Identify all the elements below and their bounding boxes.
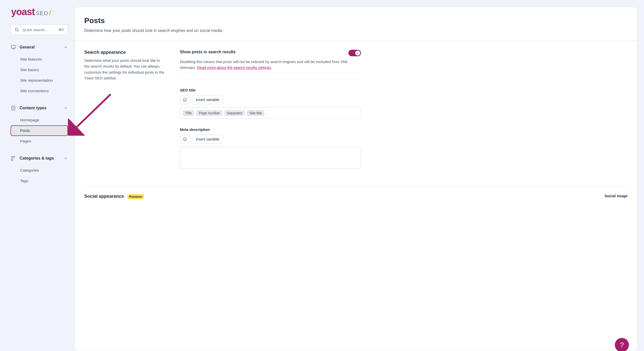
logo-slash: /: [49, 9, 51, 17]
toggle-show-posts[interactable]: [348, 50, 361, 56]
premium-badge: Premium: [127, 194, 144, 199]
smile-icon: [183, 97, 187, 102]
social-appearance-heading: Social appearance: [84, 194, 124, 199]
chevron-up-icon: [63, 106, 68, 110]
search-appearance-description: Determine what your posts should look li…: [84, 58, 165, 81]
logo-suffix: SEO: [36, 10, 48, 16]
svg-point-10: [184, 99, 184, 99]
svg-line-1: [18, 30, 19, 31]
svg-point-9: [183, 98, 187, 102]
nav-header-content-types[interactable]: Content types: [11, 103, 68, 113]
svg-point-11: [185, 99, 186, 99]
sidebar-item-homepage[interactable]: Homepage: [11, 115, 68, 125]
seo-title-input[interactable]: Title Page number Separator Site title: [180, 107, 361, 119]
chevron-up-icon: [63, 45, 68, 49]
search-shortcut: ⌘K: [58, 28, 64, 32]
toggle-desc-suffix: .: [271, 65, 272, 70]
toggle-description: Disabling this means that posts will not…: [180, 59, 361, 71]
sidebar-item-categories[interactable]: Categories: [11, 165, 68, 176]
sidebar-item-posts[interactable]: Posts: [11, 125, 68, 136]
divider: [180, 79, 361, 79]
tag-title[interactable]: Title: [183, 110, 194, 116]
search-icon: [14, 27, 19, 32]
sidebar-item-site-features[interactable]: Site features: [11, 54, 68, 65]
nav-label-categories-tags: Categories & tags: [20, 156, 63, 161]
tag-page-number[interactable]: Page number: [196, 110, 222, 116]
smile-icon: [183, 137, 187, 141]
svg-point-12: [183, 137, 187, 141]
nav-header-general[interactable]: General: [11, 42, 68, 52]
sidebar-item-tags[interactable]: Tags: [11, 176, 68, 186]
meta-description-field: Meta description Insert variable: [180, 127, 361, 169]
tag-separator[interactable]: Separator: [224, 110, 245, 116]
page-header: Posts Determine how your posts should lo…: [75, 7, 637, 41]
logo: yoastSEO/: [11, 7, 68, 17]
insert-variable-button-seo-title[interactable]: Insert variable: [192, 95, 223, 104]
toggle-label-show-posts: Show posts in search results: [180, 50, 235, 54]
monitor-icon: [11, 44, 16, 50]
emoji-button-seo-title[interactable]: [180, 95, 190, 104]
nav-section-content-types: Content types Homepage Posts Pages: [11, 103, 68, 146]
search-input[interactable]: Quick search... ⌘K: [11, 24, 68, 35]
sidebar: yoastSEO/ Quick search... ⌘K General Sit…: [0, 0, 75, 351]
sidebar-item-site-connections[interactable]: Site connections: [11, 86, 68, 96]
svg-point-0: [15, 28, 18, 31]
tag-site-title[interactable]: Site title: [247, 110, 264, 116]
logo-main: yoast: [11, 7, 35, 17]
swatch-icon: [11, 156, 16, 161]
nav-header-categories-tags[interactable]: Categories & tags: [11, 154, 68, 163]
social-image-label: Social image: [605, 194, 628, 199]
chevron-up-icon: [63, 156, 68, 161]
svg-point-14: [185, 139, 186, 139]
social-appearance-heading-row: Social appearance Premium: [84, 194, 144, 199]
main-panel: Posts Determine how your posts should lo…: [75, 7, 637, 351]
nav-section-categories-tags: Categories & tags Categories Tags: [11, 154, 68, 186]
help-icon: ?: [620, 341, 624, 349]
meta-description-label: Meta description: [180, 127, 361, 132]
svg-rect-2: [11, 45, 16, 48]
insert-variable-button-meta[interactable]: Insert variable: [192, 135, 223, 144]
search-appearance-heading: Search appearance: [84, 50, 165, 55]
page-title: Posts: [84, 16, 628, 25]
link-search-results-settings[interactable]: Read more about the search results setti…: [197, 65, 271, 70]
check-icon: [356, 52, 359, 54]
search-appearance-intro: Search appearance Determine what your po…: [84, 50, 165, 177]
help-button[interactable]: ?: [615, 338, 629, 351]
document-icon: [11, 105, 16, 111]
nav-section-general: General Site features Site basics Site r…: [11, 42, 68, 96]
nav-label-general: General: [20, 45, 63, 49]
emoji-button-meta[interactable]: [180, 135, 190, 144]
svg-point-13: [184, 139, 184, 139]
sidebar-item-site-basics[interactable]: Site basics: [11, 65, 68, 75]
search-placeholder: Quick search...: [22, 28, 58, 32]
sidebar-item-site-representation[interactable]: Site representation: [11, 75, 68, 86]
meta-description-input[interactable]: [180, 147, 361, 169]
seo-title-label: SEO title: [180, 88, 361, 92]
sidebar-item-pages[interactable]: Pages: [11, 136, 68, 146]
seo-title-field: SEO title Insert variable Title Page num…: [180, 88, 361, 119]
nav-label-content-types: Content types: [20, 106, 63, 110]
page-subtitle: Determine how your posts should look in …: [84, 28, 628, 33]
toggle-knob: [355, 51, 360, 56]
